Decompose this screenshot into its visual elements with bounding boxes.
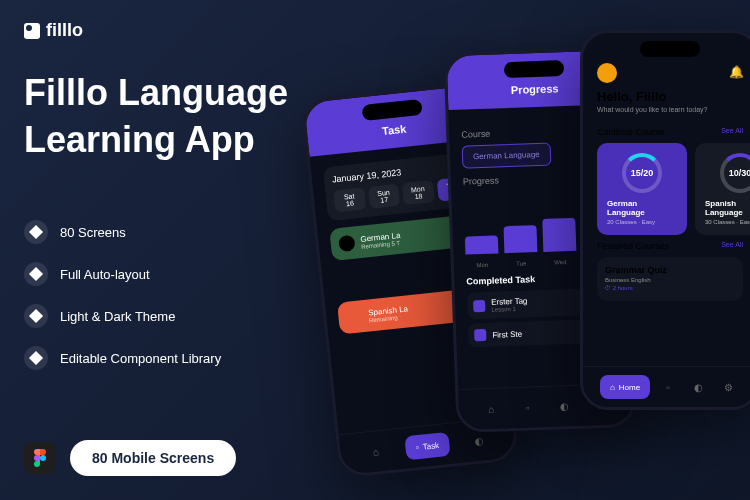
day-cell[interactable]: Sat16: [333, 187, 366, 212]
course-meta: 30 Classes · Easy: [705, 219, 750, 225]
course-name: Spanish Language: [705, 199, 750, 217]
course-tab[interactable]: German Language: [462, 143, 551, 169]
featured-title: Grammar Quiz: [605, 265, 735, 275]
hero-title: Filllo Language Learning App: [24, 70, 288, 164]
see-all-link[interactable]: See All: [721, 127, 743, 137]
nav-home-icon[interactable]: ⌂: [363, 438, 389, 464]
subgreeting: What would you like to learn today?: [597, 106, 743, 113]
feature-item: Full Auto-layout: [24, 262, 221, 286]
diamond-icon: [24, 262, 48, 286]
feature-text: Full Auto-layout: [60, 267, 150, 282]
course-card-german[interactable]: 15/20 German Language 20 Classes · Easy: [597, 143, 687, 235]
nav-item[interactable]: ◐: [686, 375, 710, 399]
brand-logo: filllo: [24, 20, 83, 41]
course-meta: 20 Classes · Easy: [607, 219, 677, 225]
diamond-icon: [24, 220, 48, 244]
nav-home[interactable]: ⌂ Home: [600, 375, 650, 399]
bar: [503, 225, 537, 253]
section-title: Featured Courses: [597, 241, 669, 251]
diamond-icon: [24, 346, 48, 370]
brand-name: filllo: [46, 20, 83, 41]
greeting: Hello, Filllo: [597, 89, 743, 104]
phone-notch: [504, 60, 565, 78]
progress-ring: 10/30: [720, 153, 750, 193]
figma-icon: [24, 442, 56, 474]
day-cell[interactable]: Sun17: [368, 184, 401, 209]
avatar[interactable]: [597, 63, 617, 83]
see-all-link[interactable]: See All: [721, 241, 743, 251]
progress-ring: 15/20: [622, 153, 662, 193]
nav-item[interactable]: ⚙: [716, 375, 740, 399]
feature-item: 80 Screens: [24, 220, 221, 244]
phone-home: 🔔 Hello, Filllo What would you like to l…: [580, 30, 750, 410]
phone-mockups: Task January 19, 2023 Sat16 Sun17 Mon18 …: [320, 30, 750, 500]
day-cell[interactable]: Mon18: [402, 180, 435, 205]
item-title: First Ste: [492, 329, 522, 339]
feature-text: Editable Component Library: [60, 351, 221, 366]
feature-list: 80 Screens Full Auto-layout Light & Dark…: [24, 220, 221, 370]
title-line-2: Learning App: [24, 117, 288, 164]
featured-sub: Business English: [605, 277, 735, 283]
svg-point-0: [40, 455, 46, 461]
badge-row: 80 Mobile Screens: [24, 440, 236, 476]
nav-item[interactable]: ▫: [656, 375, 680, 399]
nav-item[interactable]: ⌂: [479, 396, 504, 421]
section-title: Continue Course: [597, 127, 665, 137]
screens-badge: 80 Mobile Screens: [70, 440, 236, 476]
nav-item[interactable]: ▫: [515, 395, 540, 420]
nav-item[interactable]: ◐: [552, 394, 577, 419]
feature-text: 80 Screens: [60, 225, 126, 240]
diamond-icon: [24, 304, 48, 328]
play-icon: [473, 299, 485, 311]
featured-course-card[interactable]: Grammar Quiz Business English ⏱ 2 hours: [597, 257, 743, 301]
play-icon: [474, 329, 486, 341]
feature-text: Light & Dark Theme: [60, 309, 175, 324]
feature-item: Light & Dark Theme: [24, 304, 221, 328]
germany-flag-icon: [338, 235, 356, 253]
nav-task[interactable]: ▫ Task: [405, 432, 451, 460]
spain-flag-icon: [346, 308, 364, 326]
item-sub: Lesson 1: [491, 305, 527, 312]
bar: [542, 218, 576, 252]
course-name: German Language: [607, 199, 677, 217]
logo-icon: [24, 23, 40, 39]
phone-notch: [640, 41, 700, 57]
feature-item: Editable Component Library: [24, 346, 221, 370]
featured-time: 2 hours: [613, 285, 633, 291]
course-card-spanish[interactable]: 10/30 Spanish Language 30 Classes · Easy: [695, 143, 750, 235]
notification-icon[interactable]: 🔔: [729, 65, 743, 79]
bar: [465, 235, 499, 254]
title-line-1: Filllo Language: [24, 70, 288, 117]
bottom-nav: ⌂ Home ▫ ◐ ⚙: [583, 366, 750, 407]
